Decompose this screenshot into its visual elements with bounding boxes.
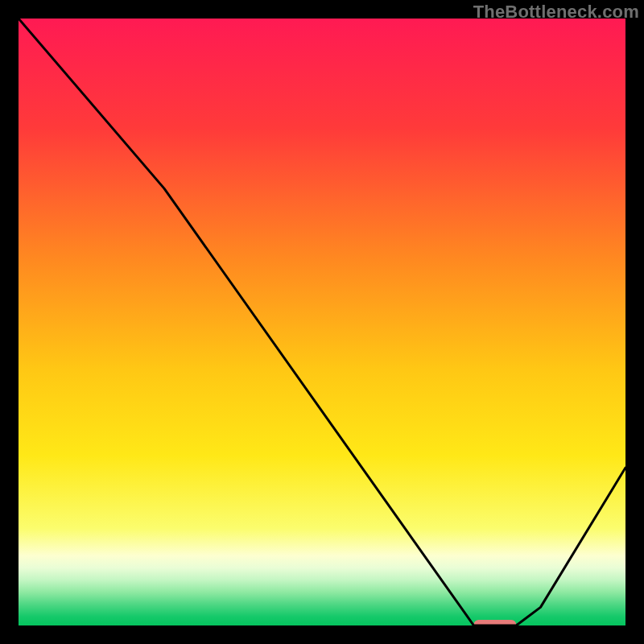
gradient-background — [19, 19, 625, 625]
watermark-text: TheBottleneck.com — [473, 2, 639, 23]
bottleneck-chart — [19, 19, 625, 625]
chart-frame: TheBottleneck.com — [0, 0, 644, 644]
